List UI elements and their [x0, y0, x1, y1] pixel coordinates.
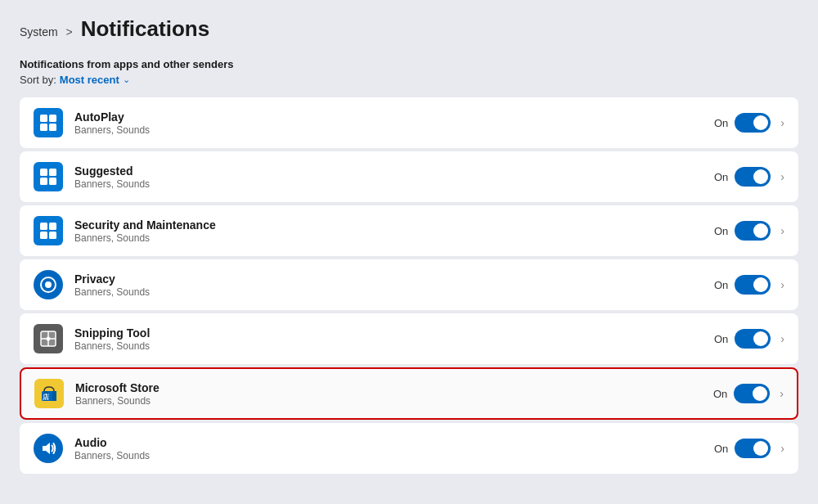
privacy-controls: On › — [714, 275, 784, 295]
audio-controls: On › — [714, 439, 784, 458]
snipping-info: Snipping Tool Banners, Sounds — [74, 326, 714, 352]
audio-sub: Banners, Sounds — [74, 450, 714, 461]
autoplay-info: AutoPlay Banners, Sounds — [74, 110, 714, 136]
security-sub: Banners, Sounds — [74, 232, 714, 244]
msstore-sub: Banners, Sounds — [75, 395, 713, 407]
snipping-name: Snipping Tool — [74, 326, 714, 340]
autoplay-sub: Banners, Sounds — [74, 124, 714, 136]
sort-row: Sort by: Most recent ⌄ — [20, 74, 798, 86]
security-toggle[interactable] — [735, 221, 771, 241]
sort-chevron-icon[interactable]: ⌄ — [123, 74, 130, 85]
notification-item-msstore[interactable]: 店 Microsoft Store Banners, Sounds On › — [20, 367, 798, 420]
sort-by-label: Sort by: — [20, 74, 56, 86]
svg-rect-1 — [49, 115, 56, 122]
page-title: Notifications — [81, 16, 209, 41]
suggested-controls: On › — [714, 167, 784, 187]
privacy-toggle[interactable] — [735, 275, 771, 295]
autoplay-toggle[interactable] — [735, 113, 771, 133]
breadcrumb-separator: > — [66, 25, 73, 38]
suggested-chevron-icon[interactable]: › — [780, 170, 784, 183]
notification-item-suggested[interactable]: Suggested Banners, Sounds On › — [20, 151, 798, 202]
svg-rect-10 — [40, 232, 47, 239]
notification-item-autoplay[interactable]: AutoPlay Banners, Sounds On › — [20, 97, 798, 148]
section-label: Notifications from apps and other sender… — [20, 58, 798, 70]
svg-rect-9 — [49, 223, 56, 230]
snipping-sub: Banners, Sounds — [74, 340, 714, 352]
msstore-chevron-icon[interactable]: › — [780, 387, 784, 400]
svg-rect-4 — [40, 169, 47, 176]
msstore-controls: On › — [713, 384, 784, 403]
security-controls: On › — [714, 221, 784, 241]
svg-rect-6 — [40, 178, 47, 185]
svg-rect-2 — [40, 124, 47, 131]
notification-item-security[interactable]: Security and Maintenance Banners, Sounds… — [20, 205, 798, 256]
notifications-list: AutoPlay Banners, Sounds On › Suggested … — [20, 97, 798, 477]
snipping-controls: On › — [714, 329, 784, 349]
breadcrumb: System > Notifications — [20, 16, 798, 45]
svg-rect-0 — [40, 115, 47, 122]
security-toggle-label: On — [714, 225, 728, 237]
privacy-sub: Banners, Sounds — [74, 286, 714, 298]
svg-rect-7 — [49, 178, 56, 185]
security-chevron-icon[interactable]: › — [780, 224, 784, 237]
snipping-toggle-label: On — [714, 333, 728, 345]
system-link[interactable]: System — [20, 25, 58, 38]
msstore-icon: 店 — [34, 379, 64, 408]
svg-marker-23 — [43, 443, 50, 454]
autoplay-icon — [34, 108, 63, 137]
autoplay-name: AutoPlay — [74, 110, 714, 124]
autoplay-toggle-label: On — [714, 117, 728, 129]
svg-point-17 — [47, 337, 51, 341]
suggested-icon — [34, 162, 63, 191]
notification-item-privacy[interactable]: Privacy Banners, Sounds On › — [20, 259, 798, 310]
suggested-sub: Banners, Sounds — [74, 178, 714, 190]
audio-toggle-label: On — [714, 443, 728, 455]
privacy-chevron-icon[interactable]: › — [780, 278, 784, 291]
snipping-chevron-icon[interactable]: › — [780, 332, 784, 345]
svg-rect-8 — [40, 223, 47, 230]
msstore-name: Microsoft Store — [75, 381, 713, 394]
suggested-toggle[interactable] — [735, 167, 771, 187]
svg-rect-21 — [52, 391, 56, 401]
svg-point-13 — [45, 281, 52, 288]
svg-rect-3 — [49, 124, 56, 131]
msstore-info: Microsoft Store Banners, Sounds — [75, 381, 713, 407]
audio-name: Audio — [74, 436, 714, 449]
msstore-toggle-label: On — [713, 388, 727, 400]
notification-item-audio[interactable]: Audio Banners, Sounds On › — [20, 423, 798, 474]
breadcrumb-system[interactable]: System > Notifications — [20, 16, 209, 42]
security-icon — [34, 216, 63, 245]
suggested-toggle-label: On — [714, 171, 728, 183]
audio-icon — [34, 434, 63, 463]
msstore-toggle[interactable] — [734, 384, 770, 403]
svg-rect-5 — [49, 169, 56, 176]
privacy-info: Privacy Banners, Sounds — [74, 272, 714, 298]
autoplay-controls: On › — [714, 113, 784, 133]
sort-value[interactable]: Most recent — [60, 74, 119, 86]
notification-item-snipping[interactable]: Snipping Tool Banners, Sounds On › — [20, 313, 798, 364]
security-name: Security and Maintenance — [74, 218, 714, 232]
privacy-toggle-label: On — [714, 279, 728, 291]
suggested-name: Suggested — [74, 164, 714, 178]
svg-text:店: 店 — [42, 393, 49, 401]
autoplay-chevron-icon[interactable]: › — [780, 116, 784, 129]
svg-rect-11 — [49, 232, 56, 239]
security-info: Security and Maintenance Banners, Sounds — [74, 218, 714, 244]
suggested-info: Suggested Banners, Sounds — [74, 164, 714, 190]
snipping-toggle[interactable] — [735, 329, 771, 349]
audio-chevron-icon[interactable]: › — [780, 442, 784, 455]
audio-toggle[interactable] — [735, 439, 771, 458]
audio-info: Audio Banners, Sounds — [74, 436, 714, 461]
privacy-icon — [34, 270, 63, 299]
snipping-icon — [34, 324, 63, 353]
privacy-name: Privacy — [74, 272, 714, 286]
header: System > Notifications Notifications fro… — [20, 16, 798, 86]
